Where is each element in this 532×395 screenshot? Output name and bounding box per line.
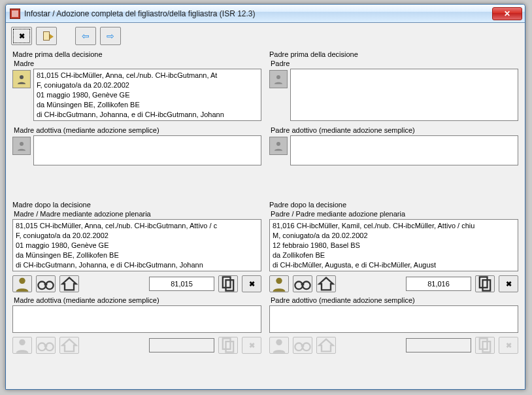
person-icon	[269, 137, 288, 155]
toolbar-back-button[interactable]: ⇦	[75, 27, 96, 45]
person-card-icon	[270, 336, 288, 354]
person-card-button[interactable]	[269, 275, 289, 292]
head-icon	[16, 73, 27, 85]
copy-button[interactable]	[475, 275, 495, 292]
svg-point-10	[19, 339, 25, 345]
close-icon: ✕	[504, 9, 510, 18]
svg-point-11	[38, 343, 46, 351]
toolbar-forward-button[interactable]: ⇨	[100, 27, 121, 45]
line: M, coniugato/a da 20.02.2002	[273, 231, 515, 241]
mother-after-adoptive-box	[12, 305, 261, 333]
binoculars-icon	[293, 275, 312, 293]
mother-adoptive-label: Madre adottiva (mediante adozione sempli…	[14, 126, 261, 134]
binoculars-icon	[293, 336, 312, 354]
father-after-adoptive-box	[269, 305, 518, 333]
person-card-button[interactable]	[12, 275, 32, 292]
copy-button[interactable]	[218, 275, 238, 292]
toolbar-exit-button[interactable]	[36, 27, 57, 45]
copy-button	[218, 337, 238, 354]
mother-id-field[interactable]	[149, 277, 214, 291]
line: di CH-ibcGutmann, Johanna, e di CH-ibcGu…	[37, 110, 258, 120]
home-button[interactable]	[59, 275, 79, 292]
arrow-right-icon: ⇨	[107, 31, 114, 41]
line: da Münsingen BE, Zollikofen BE	[16, 250, 258, 260]
window-close-button[interactable]: ✕	[492, 7, 522, 20]
search-button[interactable]	[293, 275, 312, 292]
window-title: Infostar / Adozione completa del figlias…	[24, 9, 492, 18]
clear-button[interactable]: ✖	[499, 275, 518, 292]
svg-rect-19	[301, 283, 305, 286]
binoculars-icon	[37, 275, 55, 293]
line: da Zollikofen BE	[273, 250, 515, 260]
arrow-left-icon: ⇦	[82, 31, 90, 41]
copy-icon	[219, 275, 237, 293]
app-icon	[10, 9, 20, 19]
copy-icon	[476, 336, 494, 354]
svg-point-24	[303, 343, 310, 351]
section-title: Padre dopo la decisione	[269, 201, 518, 209]
copy-icon	[476, 275, 494, 293]
mother-adoptive-id-field	[149, 338, 214, 352]
line: F, coniugato/a da 20.02.2002	[37, 80, 258, 90]
mother-after-box: 81,015 CH-ibcMüller, Anna, cel./nub. CH-…	[12, 219, 261, 271]
line: 01 maggio 1980, Genève GE	[37, 90, 258, 100]
person-card-icon	[13, 336, 31, 354]
toolbar: ✖ ⇦ ⇨	[6, 23, 525, 49]
person-icon	[12, 70, 31, 88]
line: di CH-ibcGutmann, Johanna, e di CH-ibcGu…	[16, 260, 258, 270]
mother-label: Madre	[14, 60, 261, 67]
svg-rect-7	[44, 283, 48, 286]
svg-rect-9	[226, 280, 234, 290]
svg-point-0	[20, 75, 24, 79]
line: F, coniugato/a da 20.02.2002	[16, 231, 258, 241]
clear-button: ✖	[499, 337, 518, 354]
section-title: Madre prima della decisione	[12, 50, 261, 58]
father-after-box: 81,016 CH-ibcMüller, Kamil, cel./nub. CH…	[269, 219, 518, 271]
svg-rect-14	[223, 339, 231, 349]
copy-icon	[219, 336, 237, 354]
search-button	[293, 337, 312, 354]
home-button	[316, 337, 336, 354]
father-after-adoptive-controls: ✖	[269, 337, 518, 354]
svg-rect-25	[301, 345, 305, 347]
head-icon	[273, 73, 284, 85]
father-adoptive-id-field	[406, 338, 471, 352]
x-icon: ✖	[506, 280, 512, 288]
father-adoptive-before-box	[290, 135, 518, 165]
home-button[interactable]	[316, 275, 336, 292]
mother-after-adoptive-label: Madre adottiva (mediante adozione sempli…	[14, 296, 261, 304]
section-title: Padre prima della decisione	[269, 50, 518, 58]
father-after-adoptive-label: Padre adottivo (mediante adozione sempli…	[271, 296, 518, 304]
clear-button: ✖	[242, 337, 261, 354]
home-icon	[60, 336, 78, 354]
father-after-controls: ✖	[269, 275, 518, 292]
x-icon: ✖	[506, 341, 512, 350]
content: Madre prima della decisione Madre 81,015…	[6, 49, 525, 389]
head-icon	[273, 140, 284, 152]
person-card-button	[269, 337, 289, 354]
search-button[interactable]	[36, 275, 56, 292]
person-card-icon	[270, 275, 288, 293]
svg-point-3	[276, 142, 280, 146]
line: di CH-ibcMüller, Augusta, e di CH-ibcMül…	[273, 260, 515, 270]
mother-after-label: Madre / Madre mediante adozione plenaria	[14, 210, 261, 218]
toolbar-close-button[interactable]: ✖	[11, 27, 32, 45]
father-id-field[interactable]	[406, 277, 471, 291]
father-after-label: Padre / Padre mediante adozione plenaria	[271, 210, 518, 218]
line: 01 maggio 1980, Genève GE	[16, 241, 258, 250]
line: da Münsingen BE, Zollikofen BE	[37, 100, 258, 110]
home-icon	[317, 336, 335, 354]
clear-button[interactable]: ✖	[242, 275, 261, 292]
mother-after-adoptive-controls: ✖	[12, 337, 261, 354]
line: 81,016 CH-ibcMüller, Kamil, cel./nub. CH…	[273, 221, 515, 231]
svg-rect-15	[226, 341, 234, 352]
svg-point-4	[19, 278, 25, 284]
window: Infostar / Adozione completa del figlias…	[5, 4, 525, 390]
father-adoptive-label: Padre adottivo (mediante adozione sempli…	[271, 126, 518, 134]
panel-mother-after: Madre dopo la decisione Madre / Madre me…	[12, 199, 261, 383]
line: 81,015 CH-ibcMüller, Anna, cel./nub. CH-…	[16, 221, 258, 231]
line: 81,015 CH-ibcMüller, Anna, cel./nub. CH-…	[37, 71, 258, 80]
x-icon: ✖	[249, 280, 255, 288]
person-card-icon	[13, 275, 31, 293]
mother-before-box: 81,015 CH-ibcMüller, Anna, cel./nub. CH-…	[33, 69, 261, 121]
